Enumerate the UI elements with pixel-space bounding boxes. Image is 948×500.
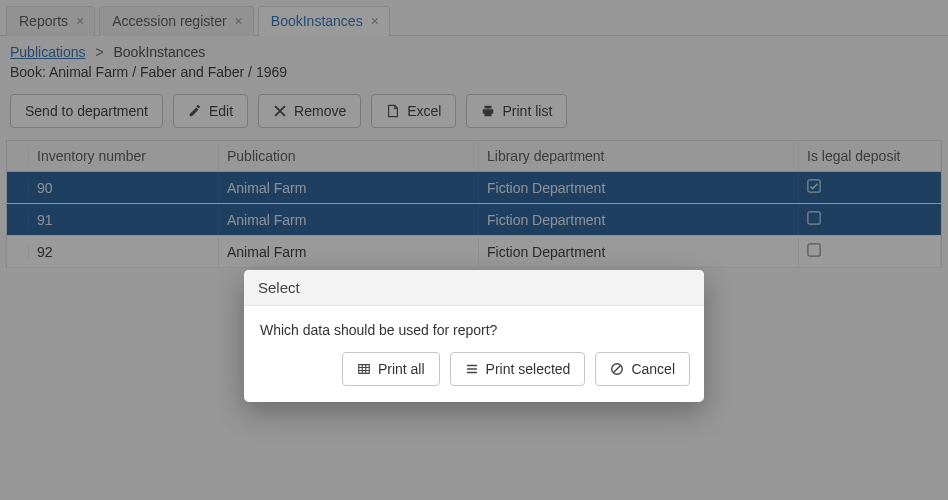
grid-icon <box>357 362 371 376</box>
print-all-button[interactable]: Print all <box>342 352 440 386</box>
modal-overlay[interactable]: Select Which data should be used for rep… <box>0 0 948 500</box>
button-label: Print selected <box>486 359 571 379</box>
print-selected-button[interactable]: Print selected <box>450 352 586 386</box>
dialog-message: Which data should be used for report? <box>244 306 704 346</box>
button-label: Cancel <box>631 359 675 379</box>
cancel-button[interactable]: Cancel <box>595 352 690 386</box>
select-dialog: Select Which data should be used for rep… <box>244 270 704 402</box>
ban-icon <box>610 362 624 376</box>
dialog-title: Select <box>244 270 704 306</box>
button-label: Print all <box>378 359 425 379</box>
dialog-actions: Print all Print selected Cancel <box>244 346 704 402</box>
list-icon <box>465 362 479 376</box>
